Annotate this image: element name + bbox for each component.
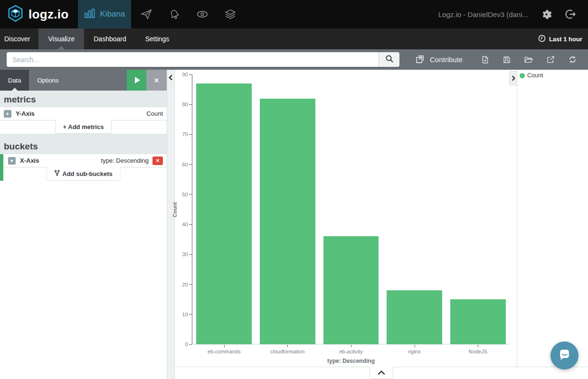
viz-editor-sidebar: Data Options ✕ metrics Y-Axis Count [0, 70, 167, 379]
add-metrics-button[interactable]: + Add metrics [55, 120, 112, 134]
expand-spy-panel-button[interactable] [370, 367, 393, 379]
y-tick [189, 134, 192, 135]
layers-icon[interactable] [224, 8, 237, 20]
time-range-label: Last 1 hour [549, 36, 582, 43]
contribute-label: Contribute [430, 55, 463, 64]
clock-icon [538, 35, 546, 44]
section-gap [0, 134, 167, 138]
tab-discover[interactable]: Discover [0, 28, 38, 49]
y-tick [189, 104, 192, 105]
y-tick-label: 70 [182, 131, 188, 137]
refresh-icon[interactable] [568, 55, 577, 64]
y-axis-title: Count [172, 199, 179, 220]
y-tick-label: 0 [185, 342, 188, 347]
discard-changes-button[interactable]: ✕ [146, 70, 167, 91]
contribute-button[interactable]: Contribute [415, 54, 463, 65]
bar-band [256, 74, 320, 344]
time-picker[interactable]: Last 1 hour [538, 28, 588, 49]
close-icon: ✕ [154, 77, 159, 84]
chat-icon [557, 347, 572, 364]
close-icon: ✕ [156, 158, 160, 163]
bar-chart: Count 0102030405060708090 eb-commandsclo… [175, 70, 517, 367]
bar-eb-activity[interactable] [323, 236, 379, 344]
add-sub-buckets-label: Add sub-buckets [62, 170, 112, 177]
sidebar-tab-options[interactable]: Options [29, 70, 66, 91]
add-metrics-label: + Add metrics [63, 123, 104, 130]
x-tick [478, 345, 478, 347]
bars-container [192, 74, 510, 344]
tab-visualize[interactable]: Visualize [38, 28, 84, 49]
bar-cloudformation[interactable] [260, 99, 315, 344]
caret-right-icon [11, 159, 13, 162]
legend-item-count[interactable]: Count [520, 72, 588, 79]
tab-dashboard[interactable]: Dashboard [84, 28, 136, 49]
add-metrics-row: + Add metrics [0, 120, 167, 134]
y-tick [189, 284, 192, 285]
sidebar-empty-area [0, 181, 167, 379]
x-tick [224, 345, 225, 347]
add-sub-buckets-row: Add sub-buckets [0, 167, 167, 181]
y-axis-value: Count [146, 110, 163, 117]
search-icon [385, 55, 394, 65]
apply-changes-button[interactable] [127, 70, 146, 91]
share-icon[interactable] [546, 55, 555, 64]
search-button[interactable] [379, 52, 399, 67]
x-tick-label: NodeJS [446, 349, 510, 354]
x-tick-label: nginx [383, 349, 446, 354]
y-tick [189, 224, 192, 225]
bar-chart-icon [84, 9, 95, 20]
chat-widget-button[interactable] [550, 342, 579, 370]
tab-settings[interactable]: Settings [136, 28, 179, 49]
open-icon[interactable] [524, 55, 533, 64]
bar-nginx[interactable] [387, 290, 442, 344]
remove-bucket-button[interactable]: ✕ [152, 157, 163, 165]
y-tick [189, 344, 192, 345]
search-input[interactable] [7, 52, 379, 67]
bar-eb-commands[interactable] [196, 83, 252, 344]
logzio-logo-icon [7, 5, 24, 24]
expand-y-axis-button[interactable] [4, 110, 11, 118]
caret-right-icon [7, 112, 9, 115]
bar-NodeJS[interactable] [450, 299, 506, 344]
y-tick-label: 20 [182, 282, 188, 287]
sidebar-tab-data[interactable]: Data [0, 70, 29, 91]
save-icon[interactable] [503, 55, 511, 64]
collapse-sidebar-button[interactable] [168, 74, 174, 83]
x-tick [287, 345, 288, 347]
eye-icon[interactable] [196, 8, 209, 20]
collapse-legend-button[interactable] [509, 71, 517, 85]
kibana-label: Kibana [100, 9, 125, 19]
y-tick [189, 194, 192, 194]
send-icon[interactable] [140, 8, 152, 20]
y-tick-label: 50 [182, 192, 188, 197]
expand-x-axis-button[interactable] [8, 157, 16, 165]
bell-icon[interactable] [168, 8, 180, 20]
metrics-y-axis-row: Y-Axis Count [0, 107, 167, 120]
kibana-product-tab[interactable]: Kibana [78, 0, 131, 28]
app-navbar: Discover Visualize Dashboard Settings La… [0, 28, 588, 49]
play-icon [135, 77, 140, 83]
x-tick-label: cloudformation [256, 349, 320, 354]
logout-icon[interactable] [564, 8, 577, 20]
bar-band [383, 74, 446, 344]
buckets-heading: buckets [0, 138, 167, 154]
y-axis-label: Y-Axis [16, 110, 35, 117]
selected-bucket-indicator [0, 154, 3, 181]
legend-panel: Count [517, 70, 588, 367]
new-visualization-icon[interactable] [481, 55, 489, 64]
branch-icon [54, 170, 59, 177]
plot: Count 0102030405060708090 [192, 74, 510, 344]
logzio-logo[interactable]: logz.io [0, 0, 78, 28]
add-sub-buckets-button[interactable]: Add sub-buckets [46, 167, 120, 181]
x-axis-title: type: Descending [192, 358, 510, 364]
y-tick-label: 80 [182, 102, 188, 107]
legend-color-dot [520, 73, 525, 78]
y-tick-label: 60 [182, 162, 188, 167]
x-tick [415, 345, 415, 347]
logo-text: logz.io [28, 7, 68, 22]
query-toolbar: Contribute [0, 49, 588, 70]
x-tick-label: eb-activity [319, 349, 383, 354]
spy-panel-bar [175, 367, 588, 379]
gear-icon[interactable] [540, 8, 552, 20]
bar-band [319, 74, 383, 344]
